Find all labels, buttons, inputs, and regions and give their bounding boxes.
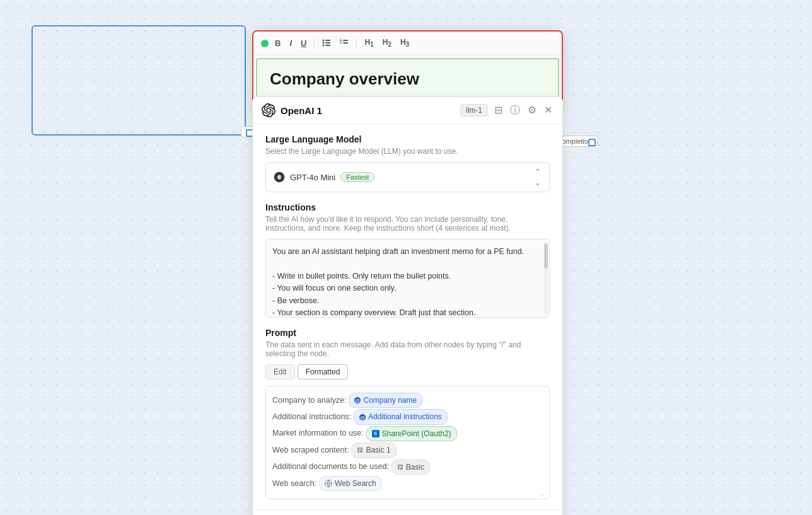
- instructions-line-2: - Write in bullet points. Only return th…: [272, 270, 543, 282]
- svg-rect-22: [399, 468, 400, 469]
- svg-point-0: [323, 40, 325, 42]
- tag-icon-4: [357, 447, 363, 453]
- prompt-label-1: Company to analyze:: [272, 394, 346, 407]
- svg-rect-18: [359, 451, 360, 452]
- instructions-line-1: You are an AI assistant helping draft an…: [272, 246, 543, 258]
- instructions-section: Instructions Tell the AI how you'd like …: [265, 202, 550, 318]
- prompt-row-1: Company to analyze: @ Company name: [272, 393, 543, 408]
- h3-button[interactable]: H3: [398, 37, 412, 49]
- settings-button[interactable]: ⚙: [526, 104, 538, 117]
- svg-rect-21: [399, 467, 402, 468]
- instructions-line-5: - Your section is company overview. Draf…: [272, 307, 543, 318]
- tools-section: Tools 0 / 5 Enabled + Add Tool: [253, 509, 562, 515]
- background-node: [32, 25, 246, 136]
- editor-panel: B I U 1.2. H1 H2 H3 Company overview: [252, 30, 563, 104]
- prompt-area[interactable]: Company to analyze: @ Company name Addit…: [265, 386, 550, 499]
- tag-basic-1[interactable]: Basic 1: [351, 443, 396, 458]
- sharepoint-icon: S: [372, 430, 380, 437]
- web-search-icon: [325, 480, 332, 487]
- panel-body: Large Language Model Select the Large La…: [253, 124, 562, 509]
- dropdown-arrow-icon: ⌃⌄: [534, 167, 542, 187]
- tag-icon-2: @: [359, 414, 366, 420]
- svg-rect-3: [325, 42, 330, 43]
- canvas: Input Completion B I U 1.2. H1 H2 H3 Com: [0, 0, 812, 515]
- model-name: GPT-4o Mini: [290, 173, 335, 182]
- svg-rect-9: [343, 42, 348, 43]
- svg-rect-7: [343, 40, 348, 41]
- svg-text:@: @: [355, 398, 360, 403]
- llm-badge: llm-1: [460, 104, 488, 117]
- svg-point-4: [323, 45, 325, 47]
- info-button[interactable]: ⓘ: [509, 104, 521, 117]
- connector-right: [588, 139, 596, 146]
- instructions-line-3: - You will focus on one section only.: [272, 282, 543, 294]
- scrollbar-track: [544, 242, 548, 315]
- bullet-list-button[interactable]: [320, 37, 334, 50]
- ordered-list-button[interactable]: 1.2.: [337, 37, 351, 50]
- toolbar-separator-2: [356, 38, 357, 49]
- prompt-row-4: Web scraped content: Basic 1: [272, 443, 543, 458]
- prompt-section: Prompt The data sent in each message. Ad…: [265, 328, 550, 499]
- instructions-title: Instructions: [265, 202, 550, 212]
- prompt-label-3: Market information to use:: [272, 427, 364, 440]
- llm-section-title: Large Language Model: [265, 134, 550, 144]
- prompt-label-5: Additional documents to be used:: [272, 460, 389, 473]
- tag-company-name[interactable]: @ Company name: [349, 393, 422, 408]
- llm-section: Large Language Model Select the Large La…: [265, 134, 550, 192]
- prompt-row-2: Additional instructions: @ Additional in…: [272, 409, 543, 424]
- prompt-row-5: Additional documents to be used: Basic: [272, 460, 543, 475]
- prompt-label-4: Web scraped content:: [272, 444, 349, 457]
- tab-edit[interactable]: Edit: [265, 364, 295, 379]
- fastest-badge: Fastest: [340, 172, 374, 182]
- svg-rect-20: [399, 466, 402, 466]
- tag-sharepoint[interactable]: S SharePoint (Oauth2): [366, 426, 457, 441]
- prompt-desc: The data sent in each message. Add data …: [265, 340, 550, 358]
- h1-button[interactable]: H1: [362, 37, 376, 49]
- prompt-title: Prompt: [265, 328, 550, 338]
- prompt-tabs: Edit Formatted: [265, 364, 550, 379]
- scrollbar-thumb: [544, 243, 548, 269]
- italic-button[interactable]: I: [287, 37, 294, 49]
- toolbar-dot: [261, 40, 269, 47]
- svg-point-2: [323, 42, 325, 44]
- toolbar-separator-1: [314, 38, 315, 49]
- svg-rect-1: [325, 40, 330, 41]
- prompt-row-6: Web search: Web Search: [272, 476, 543, 491]
- openai-panel: OpenAI 1 llm-1 ⊟ ⓘ ⚙ ✕ Large Language Mo…: [252, 96, 563, 515]
- title-text: Company overview: [270, 69, 419, 88]
- model-select-dropdown[interactable]: GPT-4o Mini Fastest ⌃⌄: [265, 162, 550, 192]
- panel-title: OpenAI 1: [281, 105, 455, 116]
- instructions-desc: Tell the AI how you'd like it to respond…: [265, 215, 550, 233]
- bold-button[interactable]: B: [272, 37, 283, 49]
- svg-text:2.: 2.: [340, 40, 343, 44]
- resize-handle-icon: ⌟: [540, 490, 548, 497]
- svg-rect-16: [359, 449, 361, 449]
- model-icon: [274, 171, 285, 183]
- h2-button[interactable]: H2: [380, 37, 394, 49]
- prompt-label-2: Additional instructions:: [272, 410, 351, 424]
- tag-web-search[interactable]: Web Search: [319, 476, 382, 491]
- openai-logo-icon: [262, 103, 276, 117]
- tag-icon-5: [397, 464, 403, 470]
- tag-icon-1: @: [354, 397, 361, 403]
- underline-button[interactable]: U: [298, 37, 309, 49]
- editor-toolbar: B I U 1.2. H1 H2 H3: [253, 32, 562, 55]
- prompt-label-6: Web search:: [272, 477, 316, 490]
- tag-additional-instructions[interactable]: @ Additional instructions: [354, 409, 448, 424]
- llm-section-desc: Select the Large Language Model (LLM) yo…: [265, 147, 550, 156]
- instructions-box[interactable]: You are an AI assistant helping draft an…: [265, 239, 550, 318]
- prompt-content: Company to analyze: @ Company name Addit…: [272, 393, 543, 491]
- panel-header: OpenAI 1 llm-1 ⊟ ⓘ ⚙ ✕: [253, 97, 562, 124]
- tag-basic[interactable]: Basic: [392, 460, 430, 475]
- close-button[interactable]: ✕: [543, 104, 554, 117]
- prompt-row-3: Market information to use: S SharePoint …: [272, 426, 543, 441]
- title-area[interactable]: Company overview: [256, 58, 559, 100]
- minimize-button[interactable]: ⊟: [493, 104, 504, 117]
- tab-formatted[interactable]: Formatted: [298, 364, 349, 379]
- svg-rect-5: [325, 45, 330, 46]
- svg-rect-17: [359, 450, 361, 451]
- svg-text:@: @: [360, 415, 365, 420]
- instructions-line-4: - Be verbose.: [272, 295, 543, 307]
